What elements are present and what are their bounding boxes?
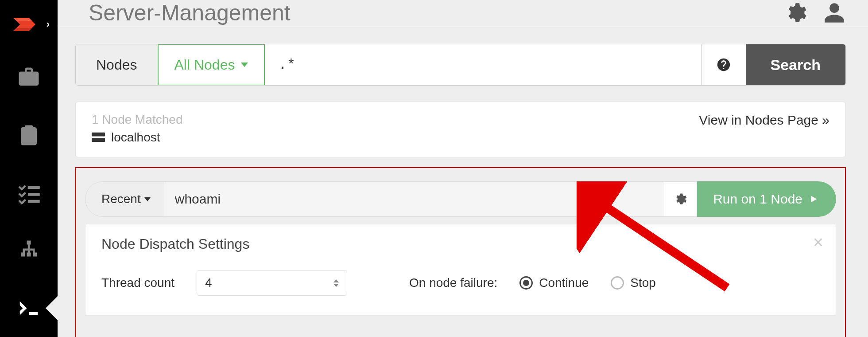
sidebar: ›: [0, 0, 58, 337]
matched-host-name: localhost: [111, 130, 160, 145]
search-button[interactable]: Search: [746, 44, 845, 85]
radio-checked-icon: [519, 276, 533, 290]
thread-count-label: Thread count: [101, 276, 174, 290]
main-content: Server-Management Nodes All Nodes Search: [58, 0, 868, 337]
clipboard-icon: [17, 123, 41, 147]
thread-count-stepper[interactable]: 4: [197, 270, 347, 296]
node-filter-bar: Nodes All Nodes Search: [75, 44, 846, 86]
dispatch-settings-button[interactable]: [663, 181, 697, 217]
svg-rect-0: [92, 133, 105, 137]
dispatch-settings-panel: Node Dispatch Settings × Thread count 4 …: [85, 224, 836, 316]
chevron-right-icon: ›: [46, 19, 50, 30]
matched-nodes-panel: 1 Node Matched localhost View in Nodes P…: [75, 102, 846, 157]
recent-commands-dropdown[interactable]: Recent: [85, 181, 163, 217]
help-icon: [716, 57, 731, 72]
filter-pattern-input[interactable]: [265, 44, 701, 85]
run-command-button[interactable]: Run on 1 Node: [697, 181, 836, 217]
checklist-icon: [17, 181, 41, 205]
command-input[interactable]: [163, 181, 663, 217]
sidebar-item-projects[interactable]: [0, 49, 58, 106]
sitemap-icon: [17, 239, 41, 263]
caret-down-icon: [241, 63, 248, 67]
matched-host: localhost: [92, 130, 829, 145]
stop-label: Stop: [630, 276, 656, 290]
run-label: Run on 1 Node: [713, 192, 802, 207]
on-failure-label: On node failure:: [409, 276, 497, 290]
filter-help-button[interactable]: [701, 44, 746, 85]
filter-scope-dropdown[interactable]: All Nodes: [158, 44, 265, 86]
view-nodes-link[interactable]: View in Nodes Page »: [699, 113, 829, 128]
briefcase-icon: [17, 66, 41, 90]
app-logo[interactable]: ›: [0, 0, 58, 49]
gear-icon[interactable]: [784, 1, 807, 24]
logo-icon: [13, 13, 44, 35]
command-section: Recent Run on 1 Node Node Dispatch Setti…: [75, 167, 846, 337]
sidebar-item-jobs[interactable]: [0, 106, 58, 164]
dispatch-title: Node Dispatch Settings: [101, 236, 820, 252]
filter-scope-value: All Nodes: [174, 57, 235, 73]
svg-rect-1: [92, 138, 105, 142]
server-icon: [92, 132, 105, 143]
failure-continue-radio[interactable]: Continue: [519, 276, 589, 290]
play-icon: [809, 194, 818, 204]
radio-unchecked-icon: [611, 276, 624, 290]
caret-down-icon: [144, 197, 151, 201]
command-bar: Recent Run on 1 Node: [85, 181, 836, 217]
terminal-icon: [17, 296, 41, 320]
continue-label: Continue: [539, 276, 589, 290]
close-dispatch-button[interactable]: ×: [813, 233, 823, 251]
filter-label: Nodes: [76, 44, 158, 85]
recent-label: Recent: [101, 192, 141, 206]
sidebar-item-activity[interactable]: [0, 164, 58, 222]
page-title: Server-Management: [89, 0, 784, 26]
user-icon[interactable]: [823, 1, 846, 24]
header: Server-Management: [58, 0, 868, 26]
failure-stop-radio[interactable]: Stop: [611, 276, 656, 290]
sidebar-item-commands[interactable]: [0, 279, 58, 337]
thread-count-value: 4: [205, 276, 212, 290]
gear-icon: [674, 192, 687, 206]
stepper-arrows-icon: [333, 279, 339, 287]
sidebar-item-nodes[interactable]: [0, 222, 58, 279]
